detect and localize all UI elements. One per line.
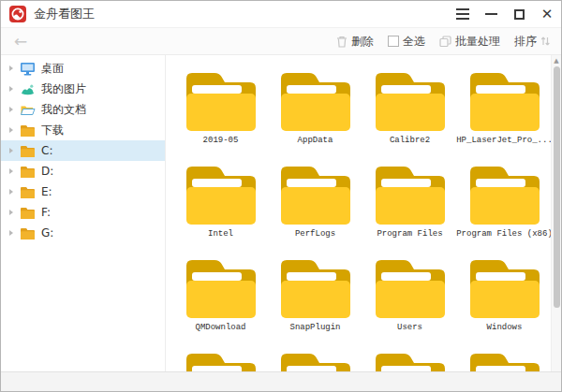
expand-arrow-icon[interactable]: [9, 210, 13, 215]
menu-button[interactable]: [449, 1, 477, 27]
sidebar-item-label: 我的文档: [41, 102, 86, 118]
folder-item[interactable]: HP_LaserJet_Pro_...: [457, 70, 552, 164]
sort-label: 排序: [514, 34, 537, 50]
folder-item[interactable]: Windows: [457, 257, 552, 351]
folder-icon: [20, 206, 36, 220]
expand-arrow-icon[interactable]: [9, 127, 13, 133]
select-all-button[interactable]: 全选: [388, 34, 425, 50]
folder-item[interactable]: PerfLogs: [268, 164, 362, 257]
folder-label: Users: [397, 323, 422, 332]
sidebar-item-pictures[interactable]: 我的图片: [1, 79, 165, 99]
scrollbar-thumb[interactable]: [554, 66, 560, 308]
app-window: 金舟看图王 ✕ ←: [0, 0, 562, 392]
expand-arrow-icon[interactable]: [9, 168, 13, 174]
expand-arrow-icon[interactable]: [9, 107, 13, 112]
status-bar: [1, 371, 561, 391]
window-title: 金舟看图王: [34, 6, 95, 22]
expand-arrow-icon[interactable]: [9, 148, 13, 153]
folder-icon: [20, 144, 36, 158]
sidebar-item-drive-c[interactable]: C:: [1, 140, 165, 161]
folder-icon: [20, 165, 36, 179]
folder-icon: [185, 164, 257, 225]
sidebar-item-drive-f[interactable]: F:: [1, 202, 165, 223]
folder-icon: [469, 351, 540, 371]
folder-label: QMDownload: [195, 323, 245, 332]
folder-icon: [280, 257, 351, 319]
folder-item[interactable]: Program Files (x86): [457, 164, 552, 257]
expand-arrow-icon[interactable]: [9, 230, 13, 236]
folder-item[interactable]: Program Files: [362, 164, 457, 257]
sidebar-item-label: C:: [41, 144, 52, 157]
folder-label: PerfLogs: [295, 229, 335, 239]
sidebar: 桌面 我的图片: [1, 55, 166, 371]
folder-icon: [469, 257, 540, 319]
sidebar-item-desktop[interactable]: 桌面: [1, 58, 165, 79]
folder-icon: [375, 257, 446, 319]
folder-item[interactable]: QMDownload: [173, 257, 268, 351]
folder-item[interactable]: Calibre2: [362, 70, 457, 164]
expand-arrow-icon[interactable]: [9, 189, 13, 195]
scroll-up-arrow-icon[interactable]: ▲: [552, 57, 561, 65]
folder-item[interactable]: [268, 351, 362, 371]
folder-icon: [20, 226, 36, 240]
expand-arrow-icon[interactable]: [9, 65, 13, 71]
sort-button[interactable]: 排序: [514, 34, 550, 50]
toolbar: ← 删除 全选: [1, 27, 561, 55]
sidebar-item-label: 桌面: [41, 61, 64, 77]
sidebar-item-label: G:: [41, 226, 53, 240]
folder-label: Program Files (x86): [456, 229, 553, 239]
select-all-checkbox[interactable]: [388, 36, 399, 47]
delete-label: 删除: [351, 34, 374, 50]
folder-label: Program Files: [377, 229, 442, 239]
folder-icon: [469, 164, 540, 225]
folder-label: 2019-05: [203, 136, 239, 145]
folder-icon: [375, 70, 446, 132]
select-all-label: 全选: [403, 34, 425, 50]
maximize-button[interactable]: [505, 1, 533, 27]
window-controls: ✕: [449, 1, 561, 27]
folder-label: AppData: [298, 136, 333, 145]
sidebar-item-label: 下载: [41, 123, 64, 138]
titlebar: 金舟看图王 ✕: [1, 1, 561, 27]
delete-button[interactable]: 删除: [336, 34, 374, 50]
batch-process-label: 批量处理: [455, 34, 500, 50]
folder-icon: [20, 185, 36, 199]
folder-item[interactable]: [362, 351, 457, 371]
sidebar-item-drive-g[interactable]: G:: [1, 223, 165, 243]
folder-label: HP_LaserJet_Pro_...: [456, 136, 553, 145]
sidebar-item-label: F:: [41, 206, 51, 219]
folder-item[interactable]: 2019-05: [173, 70, 268, 164]
batch-process-button[interactable]: 批量处理: [439, 34, 500, 50]
folder-label: SnapPlugin: [289, 323, 340, 332]
folder-item[interactable]: [457, 351, 552, 371]
sidebar-item-drive-e[interactable]: E:: [1, 181, 165, 202]
folder-icon: [20, 123, 36, 138]
folder-item[interactable]: Intel: [173, 164, 268, 257]
hamburger-icon: [456, 8, 469, 20]
expand-arrow-icon[interactable]: [9, 86, 13, 92]
sidebar-item-drive-d[interactable]: D:: [1, 161, 165, 181]
folder-item[interactable]: AppData: [268, 70, 362, 164]
folder-icon: [185, 257, 257, 319]
folder-icon: [185, 351, 257, 371]
sidebar-item-label: E:: [41, 185, 52, 198]
sidebar-item-documents[interactable]: 我的文档: [1, 99, 165, 120]
folder-item[interactable]: SnapPlugin: [268, 257, 362, 351]
folder-view: 2019-05 AppData Calibre2: [166, 55, 561, 371]
folder-item[interactable]: [173, 351, 268, 371]
desktop-icon: [20, 62, 36, 76]
folder-label: Calibre2: [390, 136, 430, 145]
sidebar-item-label: 我的图片: [41, 81, 86, 97]
folder-label: Intel: [208, 229, 233, 239]
minimize-button[interactable]: [477, 1, 505, 27]
folder-item[interactable]: Users: [362, 257, 457, 351]
back-button[interactable]: ←: [14, 34, 27, 50]
folder-icon: [375, 351, 446, 371]
trash-icon: [336, 36, 348, 48]
sidebar-item-downloads[interactable]: 下载: [1, 120, 165, 140]
folder-icon: [469, 70, 540, 132]
close-button[interactable]: ✕: [533, 1, 561, 27]
close-icon: ✕: [541, 7, 554, 22]
sort-arrows-icon: [540, 36, 550, 47]
vertical-scrollbar[interactable]: ▲: [551, 55, 561, 371]
